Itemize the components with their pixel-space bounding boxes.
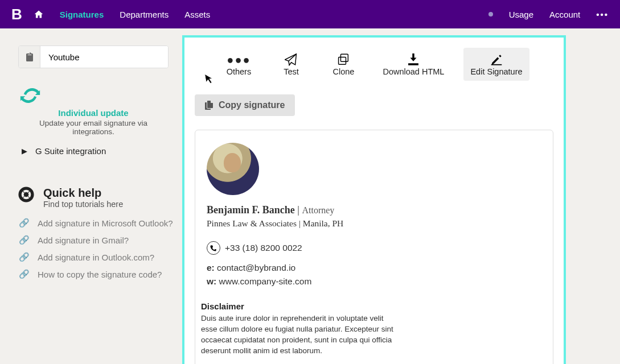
svg-rect-0	[341, 54, 348, 61]
phone-icon	[207, 241, 220, 255]
tool-label: Test	[278, 67, 304, 76]
signature-name-line: Benjamin F. Banche | Attorney	[207, 204, 541, 216]
individual-update-sub: Update your email signature via integrat…	[18, 119, 169, 136]
paste-icon[interactable]	[19, 46, 40, 68]
svg-rect-2	[491, 64, 502, 65]
help-link-copy-code[interactable]: 🔗 How to copy the signature code?	[18, 266, 176, 283]
life-ring-icon	[18, 187, 35, 202]
paper-plane-icon	[278, 52, 304, 67]
signature-web-row: w: www.company-site.com	[207, 276, 541, 287]
signature-web: www.company-site.com	[219, 276, 312, 286]
copy-signature-button[interactable]: Copy signature	[195, 94, 295, 116]
signature-firm: Pinnes Law & Associates | Manila, PH	[207, 218, 541, 229]
link-icon: 🔗	[18, 252, 30, 262]
download-icon	[383, 52, 444, 67]
caret-right-icon: ▶	[22, 147, 27, 155]
link-icon: 🔗	[18, 235, 30, 245]
signature-name: Benjamin F. Banche	[207, 204, 295, 216]
copy-signature-label: Copy signature	[219, 100, 285, 110]
edit-icon	[470, 52, 522, 67]
help-link-label: Add signature in Microsoft Outlook?	[38, 218, 173, 228]
signature-role: Attorney	[302, 205, 334, 215]
nav-departments[interactable]: Departments	[120, 10, 169, 19]
help-link-outlookcom[interactable]: 🔗 Add signature in Outlook.com?	[18, 249, 176, 266]
sidebar: Individual update Update your email sign…	[0, 28, 182, 364]
signature-phone: +33 (18) 8200 0022	[225, 243, 302, 253]
link-icon: 🔗	[18, 218, 30, 228]
signature-toolbar: ●●● Others Test Clone Download HTML	[191, 48, 557, 81]
search-input[interactable]	[40, 46, 168, 68]
copy-icon	[205, 101, 213, 110]
avatar-image	[207, 143, 259, 195]
tool-label: Edit Signature	[470, 67, 522, 76]
tool-label: Others	[225, 67, 252, 76]
gsuite-label: G Suite integration	[35, 146, 106, 156]
signature-preview: Benjamin F. Banche | Attorney Pinnes Law…	[195, 130, 553, 364]
help-link-outlook[interactable]: 🔗 Add signature in Microsoft Outlook?	[18, 214, 176, 231]
svg-rect-1	[339, 57, 346, 64]
tool-download-html[interactable]: Download HTML	[376, 48, 451, 81]
quick-help-sub: Find top tutorials here	[43, 200, 123, 209]
disclaimer-title: Disclaimer	[201, 301, 541, 311]
quick-help-links: 🔗 Add signature in Microsoft Outlook? 🔗 …	[18, 214, 176, 283]
top-nav: B Signatures Departments Assets Usage Ac…	[0, 0, 620, 28]
link-icon: 🔗	[18, 269, 30, 279]
gsuite-integration[interactable]: ▶ G Suite integration	[18, 146, 176, 156]
tool-clone[interactable]: Clone	[323, 48, 363, 81]
tool-test[interactable]: Test	[271, 48, 311, 81]
more-icon[interactable]: •••	[596, 10, 609, 19]
help-link-label: How to copy the signature code?	[38, 270, 162, 279]
nav-account[interactable]: Account	[549, 10, 580, 19]
search-box	[18, 46, 169, 68]
tool-label: Clone	[330, 67, 356, 76]
nav-usage[interactable]: Usage	[509, 10, 533, 19]
help-link-gmail[interactable]: 🔗 Add signature in Gmail?	[18, 231, 176, 249]
home-icon[interactable]	[34, 10, 44, 19]
signature-phone-row: +33 (18) 8200 0022	[207, 241, 541, 255]
signature-email-row: e: contact@bybrand.io	[207, 263, 541, 273]
help-link-label: Add signature in Gmail?	[38, 235, 129, 245]
dots-icon: ●●●	[225, 52, 252, 67]
brand-logo[interactable]: B	[11, 6, 22, 23]
signature-email: contact@bybrand.io	[217, 263, 295, 272]
nav-signatures[interactable]: Signatures	[60, 10, 104, 19]
nav-assets[interactable]: Assets	[184, 10, 210, 19]
tool-edit-signature[interactable]: Edit Signature	[463, 48, 529, 81]
tool-others[interactable]: ●●● Others	[219, 48, 258, 81]
help-link-label: Add signature in Outlook.com?	[38, 253, 154, 262]
tool-label: Download HTML	[383, 67, 444, 76]
main-panel: ●●● Others Test Clone Download HTML	[182, 35, 566, 364]
status-dot-icon	[488, 12, 493, 16]
clone-icon	[330, 52, 356, 67]
individual-update-title: Individual update	[18, 108, 169, 118]
refresh-icon	[18, 85, 169, 106]
quick-help-title: Quick help	[43, 187, 123, 200]
disclaimer-text: Duis aute irure dolor in reprehenderit i…	[201, 313, 395, 357]
